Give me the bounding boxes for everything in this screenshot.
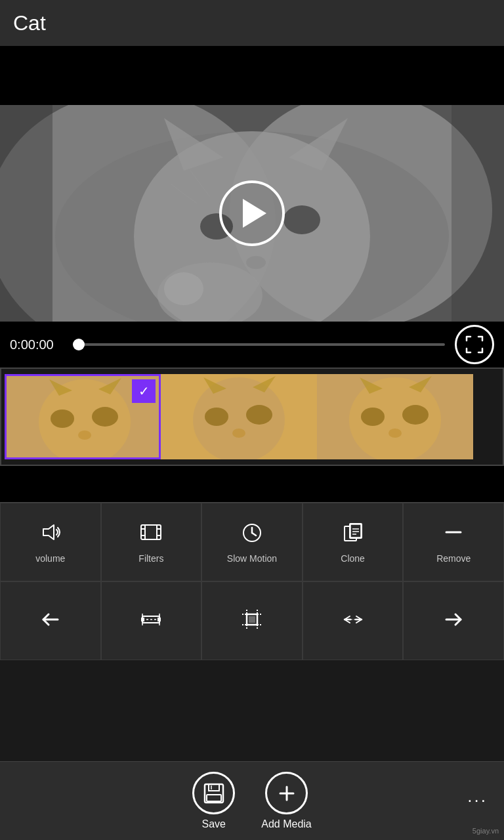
video-player: [0, 105, 504, 322]
minus-icon: [442, 521, 465, 547]
playback-controls: 0:00:00: [0, 322, 504, 368]
film-icon: [140, 521, 162, 547]
svg-line-47: [252, 533, 256, 536]
fullscreen-icon: [464, 334, 485, 355]
svg-rect-71: [249, 616, 255, 623]
toolbar-grid: volume Filters Slow Motion: [0, 502, 504, 660]
page-title: Cat: [13, 11, 46, 35]
crop-icon: [241, 608, 263, 634]
save-label: Save: [202, 818, 226, 830]
slow-motion-label: Slow Motion: [227, 553, 277, 564]
remove-label: Remove: [436, 553, 471, 564]
clock-icon: [241, 521, 263, 547]
progress-bar[interactable]: [79, 343, 445, 346]
timeline-section: ✓: [0, 368, 504, 466]
trim-button[interactable]: [101, 581, 202, 660]
time-display: 0:00:00: [10, 337, 69, 352]
top-spacer: [0, 46, 504, 105]
svg-point-26: [246, 405, 272, 425]
slow-motion-button[interactable]: Slow Motion: [201, 503, 303, 581]
svg-rect-78: [207, 795, 221, 801]
add-media-icon: [275, 782, 299, 805]
split-button[interactable]: [303, 581, 404, 660]
crop-button[interactable]: [201, 581, 303, 660]
filters-label: Filters: [138, 553, 163, 564]
play-icon: [243, 199, 266, 228]
save-icon: [202, 782, 226, 805]
video-thumbnail: [0, 105, 504, 322]
clone-button[interactable]: Clone: [303, 503, 404, 581]
trim-icon: [140, 608, 162, 634]
svg-point-27: [232, 429, 245, 438]
svg-rect-77: [209, 784, 219, 791]
svg-point-13: [164, 272, 203, 305]
thumb-image-2: [161, 374, 317, 459]
volume-icon: [39, 521, 62, 547]
play-button[interactable]: [219, 180, 285, 246]
thumb-image-3: [317, 374, 473, 459]
svg-rect-50: [350, 524, 361, 537]
remove-button[interactable]: Remove: [403, 503, 504, 581]
watermark: 5giay.vn: [472, 827, 499, 835]
svg-marker-37: [43, 525, 54, 539]
save-icon-circle: [192, 772, 235, 814]
clone-label: Clone: [341, 553, 365, 564]
bottom-bar: Save Add Media ···: [0, 761, 504, 840]
svg-point-33: [402, 405, 429, 425]
svg-rect-76: [205, 784, 223, 803]
volume-button[interactable]: volume: [0, 503, 101, 581]
svg-point-19: [92, 407, 118, 427]
fullscreen-button[interactable]: [455, 325, 494, 364]
back-button[interactable]: [0, 581, 101, 660]
clone-icon: [342, 521, 364, 547]
add-media-icon-circle: [265, 772, 308, 814]
more-options-button[interactable]: ···: [467, 790, 488, 810]
svg-point-34: [388, 429, 402, 438]
svg-rect-14: [0, 105, 52, 322]
black-strip: [0, 466, 504, 502]
svg-point-8: [284, 205, 320, 234]
save-action[interactable]: Save: [192, 772, 235, 830]
timeline-thumb-3[interactable]: [317, 374, 473, 459]
add-media-action[interactable]: Add Media: [261, 772, 312, 830]
volume-label: volume: [35, 553, 65, 564]
svg-rect-15: [452, 105, 504, 322]
title-bar: Cat: [0, 0, 504, 46]
filters-button[interactable]: Filters: [101, 503, 202, 581]
timeline-thumb-2[interactable]: [161, 374, 317, 459]
progress-handle[interactable]: [73, 339, 85, 350]
forward-button[interactable]: [403, 581, 504, 660]
svg-point-20: [78, 430, 91, 440]
svg-point-32: [361, 408, 385, 426]
svg-point-25: [205, 408, 228, 426]
svg-point-9: [246, 256, 266, 269]
selected-badge: ✓: [132, 379, 156, 403]
arrow-left-icon: [39, 608, 62, 634]
split-icon: [342, 608, 364, 634]
svg-rect-38: [141, 525, 161, 539]
svg-point-18: [51, 410, 74, 428]
add-media-label: Add Media: [261, 818, 312, 830]
arrow-right-icon: [442, 608, 465, 634]
timeline-thumb-1[interactable]: ✓: [5, 374, 161, 459]
